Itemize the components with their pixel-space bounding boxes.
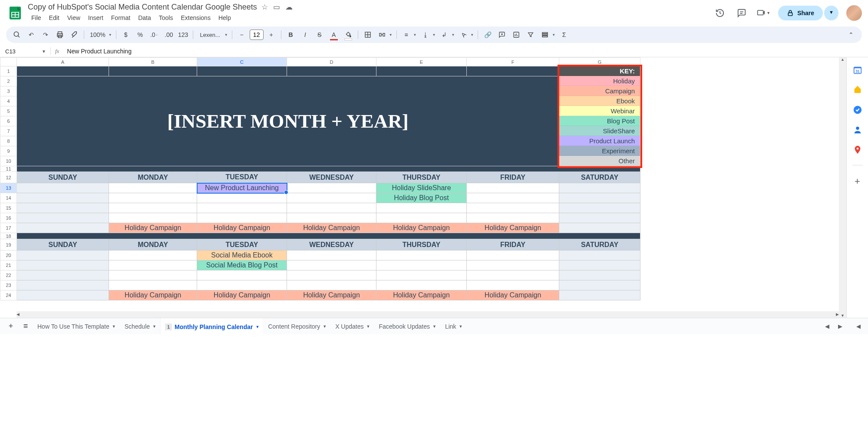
cell[interactable] (197, 213, 287, 223)
cell[interactable] (197, 280, 287, 290)
cell[interactable] (467, 203, 559, 213)
insert-comment-icon[interactable] (495, 28, 508, 41)
cell[interactable] (17, 280, 109, 290)
cell[interactable] (109, 213, 197, 223)
row-header-6[interactable]: 6 (0, 116, 17, 126)
contacts-sidepanel-icon[interactable] (853, 125, 862, 135)
version-history-icon[interactable] (713, 6, 727, 20)
col-header-[interactable] (0, 58, 17, 66)
cell[interactable]: [INSERT MONTH + YEAR] (17, 76, 559, 166)
cell[interactable] (17, 223, 109, 233)
addons-plus-icon[interactable]: + (855, 176, 860, 187)
row-header-22[interactable]: 22 (0, 270, 17, 280)
search-icon[interactable] (10, 28, 23, 41)
cell[interactable]: SUNDAY (17, 239, 109, 250)
sheet-tab[interactable]: 1Monthly Planning Calendar▼ (161, 318, 264, 334)
cell[interactable] (287, 280, 376, 290)
functions-icon[interactable]: Σ (558, 28, 571, 41)
borders-icon[interactable] (361, 28, 374, 41)
row-header-16[interactable]: 16 (0, 213, 17, 223)
wrap-caret-icon[interactable]: ▼ (451, 33, 455, 37)
row-header-24[interactable]: 24 (0, 290, 17, 300)
show-side-panel-icon[interactable]: ◀ (852, 320, 865, 333)
calendar-sidepanel-icon[interactable]: 31 (853, 65, 862, 75)
cell[interactable]: WEDNESDAY (287, 172, 376, 183)
font-size-inc-icon[interactable]: + (265, 28, 278, 41)
cell[interactable] (17, 193, 109, 203)
cell[interactable]: WEDNESDAY (287, 239, 376, 250)
cell[interactable]: Holiday Campaign (287, 290, 376, 300)
menu-format[interactable]: Format (108, 13, 134, 23)
tasks-sidepanel-icon[interactable] (853, 105, 862, 115)
cell[interactable] (376, 260, 467, 270)
cell[interactable] (197, 203, 287, 213)
menu-view[interactable]: View (64, 13, 84, 23)
cell[interactable] (559, 260, 640, 270)
cell[interactable]: Holiday Campaign (109, 290, 197, 300)
cell[interactable]: Holiday Campaign (467, 290, 559, 300)
cell[interactable] (467, 260, 559, 270)
cell[interactable] (287, 183, 376, 193)
cell[interactable] (109, 193, 197, 203)
font-caret-icon[interactable]: ▼ (224, 33, 228, 37)
cell[interactable]: MONDAY (109, 172, 197, 183)
row-header-18[interactable]: 18 (0, 233, 17, 239)
row-header-14[interactable]: 14 (0, 193, 17, 203)
cell[interactable] (17, 260, 109, 270)
keep-sidepanel-icon[interactable] (853, 85, 862, 95)
cell[interactable] (17, 290, 109, 300)
cell[interactable] (376, 250, 467, 260)
cell[interactable]: THURSDAY (376, 172, 467, 183)
insert-chart-icon[interactable] (510, 28, 523, 41)
cell[interactable]: MONDAY (109, 239, 197, 250)
cell[interactable] (467, 280, 559, 290)
cell[interactable]: FRIDAY (467, 172, 559, 183)
cell[interactable] (17, 66, 109, 76)
row-header-21[interactable]: 21 (0, 260, 17, 270)
col-header-G[interactable]: G (559, 58, 640, 66)
filter-icon[interactable] (524, 28, 537, 41)
tab-caret-icon[interactable]: ▼ (112, 324, 116, 329)
cell[interactable] (559, 213, 640, 223)
align-v-caret-icon[interactable]: ▼ (432, 33, 436, 37)
decrease-decimal-icon[interactable]: .0← (148, 28, 161, 41)
cell[interactable]: SATURDAY (559, 172, 640, 183)
font-size-dec-icon[interactable]: − (235, 28, 248, 41)
cell[interactable]: Holiday Campaign (197, 223, 287, 233)
cell[interactable]: Social Media Ebook (197, 250, 287, 260)
tab-nav-right-icon[interactable]: ▶ (834, 320, 846, 333)
align-h-icon[interactable]: ≡ (400, 28, 413, 41)
cell[interactable] (467, 250, 559, 260)
cell[interactable]: New Product Launching (197, 183, 287, 193)
star-icon[interactable]: ☆ (261, 3, 268, 12)
formula-input[interactable]: New Product Launching (63, 47, 862, 56)
cell[interactable] (109, 250, 197, 260)
cell[interactable]: Holiday Campaign (109, 223, 197, 233)
paint-format-icon[interactable] (68, 28, 81, 41)
cell[interactable] (559, 183, 640, 193)
zoom-select[interactable]: 100% (87, 28, 108, 41)
col-header-F[interactable]: F (467, 58, 559, 66)
align-h-caret-icon[interactable]: ▼ (413, 33, 417, 37)
font-size-input[interactable] (250, 30, 264, 40)
row-header-17[interactable]: 17 (0, 223, 17, 233)
cell[interactable] (467, 213, 559, 223)
sheet-tab[interactable]: Content Repository▼ (264, 318, 331, 334)
italic-icon[interactable]: I (299, 28, 312, 41)
menu-tools[interactable]: Tools (155, 13, 177, 23)
bold-icon[interactable]: B (284, 28, 297, 41)
cell[interactable] (559, 223, 640, 233)
row-header-8[interactable]: 8 (0, 136, 17, 146)
cell[interactable]: Holiday Campaign (376, 290, 467, 300)
cell[interactable] (559, 280, 640, 290)
tab-caret-icon[interactable]: ▼ (459, 324, 463, 329)
cell[interactable] (109, 260, 197, 270)
cell[interactable] (17, 270, 109, 280)
row-header-7[interactable]: 7 (0, 126, 17, 136)
tab-caret-icon[interactable]: ▼ (323, 324, 327, 329)
font-select[interactable]: Lexen... (196, 28, 224, 41)
currency-icon[interactable]: $ (119, 28, 132, 41)
menu-extensions[interactable]: Extensions (177, 13, 214, 23)
menu-edit[interactable]: Edit (46, 13, 63, 23)
sheet-tab[interactable]: How To Use This Template▼ (33, 318, 120, 334)
